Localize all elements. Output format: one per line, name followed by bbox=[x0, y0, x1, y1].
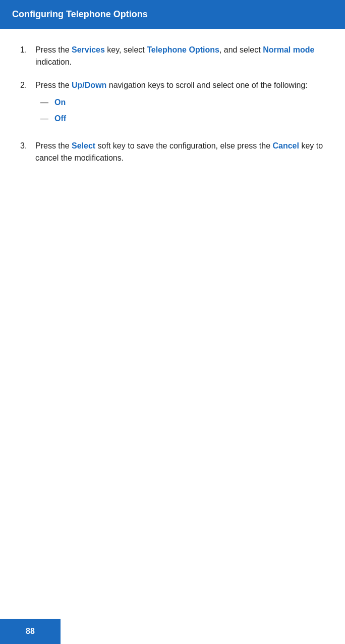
normal-mode-link: Normal mode bbox=[263, 45, 314, 54]
step-2-text-1: Press the bbox=[35, 81, 72, 89]
updown-link: Up/Down bbox=[72, 81, 106, 89]
sub-option-on: On bbox=[40, 96, 325, 109]
page-title: Configuring Telephone Options bbox=[12, 9, 148, 20]
step-2-content: Press the Up/Down navigation keys to scr… bbox=[35, 79, 325, 129]
step-2: Press the Up/Down navigation keys to scr… bbox=[20, 79, 325, 129]
steps-list: Press the Services key, select Telephone… bbox=[20, 44, 325, 164]
step-1-text-2: key, select bbox=[105, 45, 147, 54]
step-3-content: Press the Select soft key to save the co… bbox=[35, 140, 325, 164]
off-option: Off bbox=[54, 113, 66, 125]
page-number: 88 bbox=[26, 627, 35, 636]
step-2-text-2: navigation keys to scroll and select one… bbox=[106, 81, 307, 89]
step-3-text-1: Press the bbox=[35, 141, 72, 150]
select-link: Select bbox=[72, 141, 95, 150]
services-link: Services bbox=[72, 45, 105, 54]
step-1-content: Press the Services key, select Telephone… bbox=[35, 44, 325, 68]
page-header: Configuring Telephone Options bbox=[0, 0, 345, 29]
step-1-text-3: , and select bbox=[219, 45, 263, 54]
step-1: Press the Services key, select Telephone… bbox=[20, 44, 325, 68]
sub-options-list: On Off bbox=[40, 96, 325, 125]
step-3: Press the Select soft key to save the co… bbox=[20, 140, 325, 164]
step-1-text-4: indication. bbox=[35, 58, 72, 66]
on-option: On bbox=[54, 96, 66, 109]
page-content: Press the Services key, select Telephone… bbox=[0, 29, 345, 216]
telephone-options-link: Telephone Options bbox=[147, 45, 219, 54]
cancel-link: Cancel bbox=[272, 141, 299, 150]
sub-option-off: Off bbox=[40, 113, 325, 125]
step-1-text-1: Press the bbox=[35, 45, 72, 54]
page-footer: 88 bbox=[0, 619, 61, 644]
step-3-text-2: soft key to save the configuration, else… bbox=[95, 141, 272, 150]
